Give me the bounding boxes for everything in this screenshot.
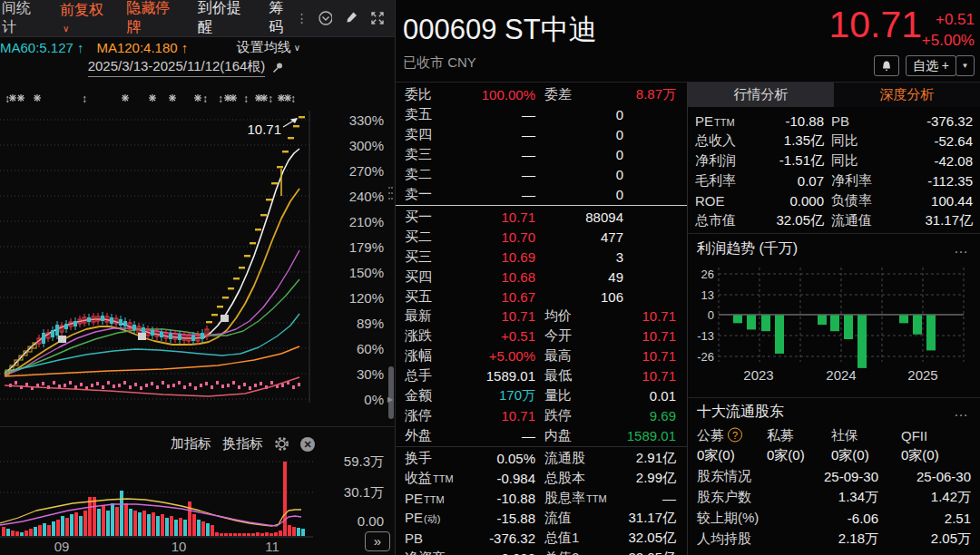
analysis-value: -52.64 [934, 133, 973, 149]
add-indicator-button[interactable]: 加指标 [171, 435, 211, 453]
bid-row[interactable]: 买四10.6849 [396, 267, 687, 287]
analysis-label: 同比 [831, 132, 858, 150]
stat-value: 170万 [499, 387, 535, 404]
bid-row[interactable]: 买一10.7188094 [396, 207, 687, 227]
svg-text:210%: 210% [349, 214, 384, 229]
switch-indicator-button[interactable]: 换指标 [222, 435, 263, 453]
bid-level-label: 买五 [405, 288, 432, 306]
analysis-label: 总收入 [695, 132, 736, 150]
stats-row: 最新10.71均价10.71 [396, 306, 687, 326]
ma-settings-dropdown[interactable]: 设置均线∨ [237, 39, 300, 56]
stat-label: 量比 [544, 387, 572, 404]
analysis-row: 净利润-1.51亿同比-42.08 [688, 151, 980, 170]
gear-icon[interactable] [274, 436, 289, 452]
svg-text:240%: 240% [349, 189, 384, 204]
kline-chart[interactable]: 330%300%270%240%210%179%150%120%89%60%30… [0, 78, 395, 426]
analysis-value: 100.44 [931, 193, 973, 209]
bid-row[interactable]: 买二10.70477 [396, 227, 687, 247]
svg-text:26: 26 [701, 268, 714, 281]
volume-toolbar: 加指标 换指标 ✕ [171, 435, 315, 453]
holders-row: 股东户数1.34万1.42万 [688, 486, 980, 507]
kline-panel: 间统计 前复权∨ 隐藏停牌 到价提醒 筹码 ⋮ MA60:5.127 ↑ MA1… [0, 0, 396, 555]
add-watchlist-button[interactable]: 自选 + [906, 55, 956, 76]
ask-row[interactable]: 卖四—0 [396, 124, 687, 144]
price-change: +0.51 [936, 11, 975, 29]
ask-price: — [522, 107, 535, 122]
ask-volume: 0 [616, 127, 623, 142]
holders-row-value: 1.42万 [931, 488, 971, 505]
stat-label: PE(动) [405, 510, 440, 526]
order-book-divider [396, 205, 687, 206]
stat-value: 2.91亿 [636, 450, 676, 467]
svg-text:13: 13 [701, 288, 714, 302]
stat-value: 0.05% [496, 451, 535, 466]
holders-row-value: 2.05万 [931, 530, 971, 547]
tab-quote-analysis[interactable]: 行情分析 [688, 83, 834, 107]
tab-deep-analysis[interactable]: 深度分析 [834, 83, 980, 107]
range-stat-item[interactable]: 间统计 [2, 0, 42, 37]
stat-value: -0.984 [496, 471, 535, 486]
holders-menu-icon[interactable]: … [954, 404, 969, 420]
bid-volume: 106 [601, 289, 623, 305]
ask-row[interactable]: 卖二—0 [396, 164, 687, 184]
analysis-row: 总市值32.05亿流通值31.17亿 [688, 210, 980, 230]
svg-text:↕: ↕ [82, 92, 87, 105]
date-range-link[interactable]: 2025/3/13-2025/11/12(164根) [88, 58, 266, 77]
pin-icon[interactable] [270, 61, 285, 75]
stat-label: 换手 [405, 450, 432, 467]
svg-text:↕: ↕ [268, 92, 273, 105]
ask-volume: 0 [616, 187, 623, 202]
profit-trend-title: 利润趋势 (千万) [697, 239, 798, 258]
ask-price: — [522, 187, 535, 202]
stat-value: -15.88 [496, 511, 535, 526]
bid-level-label: 买四 [405, 268, 432, 286]
price-change-pct: +5.00% [922, 32, 975, 50]
svg-text:-26: -26 [697, 350, 714, 364]
alert-bell-button[interactable] [874, 55, 899, 76]
bid-row[interactable]: 买三10.693 [396, 247, 687, 267]
kline-toolbar: 间统计 前复权∨ 隐藏停牌 到价提醒 筹码 ⋮ [0, 0, 395, 37]
stats-row: 金额170万量比0.01 [396, 385, 687, 405]
ask-row[interactable]: 卖一—0 [396, 184, 687, 204]
holders-row-label: 股东情况 [697, 467, 751, 484]
expand-more-button[interactable]: » [365, 531, 390, 551]
stat-label: 外盘 [405, 427, 432, 444]
ask-volume: 0 [616, 107, 623, 122]
stat-label: 流值 [544, 510, 572, 527]
ma120-up-arrow-icon: ↑ [181, 40, 189, 55]
help-question-icon[interactable]: ? [728, 428, 742, 443]
stat-label: PB [405, 531, 423, 546]
bid-row[interactable]: 买五10.67106 [396, 287, 687, 307]
price-alert-item[interactable]: 到价提醒 [198, 0, 251, 37]
ma60-value: MA60:5.127 [0, 40, 74, 55]
analysis-label: 总市值 [695, 212, 736, 229]
stat-value: 2.99亿 [636, 470, 676, 487]
analysis-label: ROE [695, 193, 725, 209]
stat-label: 最低 [544, 367, 572, 385]
stat-value: 32.05亿 [628, 530, 676, 547]
ask-volume: 0 [616, 147, 623, 162]
stats-row: 换手0.05%流通股2.91亿 [396, 448, 687, 468]
svg-text:-13: -13 [697, 329, 714, 343]
more-menu-icon[interactable]: ⋮ [296, 11, 309, 25]
draw-brush-icon[interactable] [343, 10, 358, 26]
bid-ratio-label: 委比 [405, 86, 432, 103]
chip-distribution-item[interactable]: 筹码 [269, 0, 295, 37]
hide-suspension-item[interactable]: 隐藏停牌 [126, 0, 180, 37]
ask-row[interactable]: 卖五—0 [396, 104, 687, 124]
stat-value: 10.71 [501, 408, 535, 424]
ask-row[interactable]: 卖三—0 [396, 144, 687, 164]
stat-label: 总股本 [544, 470, 585, 487]
profit-trend-header: 利润趋势 (千万) … [688, 237, 980, 260]
quote-stats: 最新10.71均价10.71涨跌+0.51今开10.71涨幅+5.00%最高10… [396, 306, 687, 555]
stat-label: 均价 [544, 307, 572, 325]
close-icon[interactable]: ✕ [300, 437, 315, 452]
watchlist-dropdown-button[interactable]: ▼ [956, 55, 975, 76]
holder-category: 社保 [831, 427, 858, 444]
history-clock-icon[interactable] [318, 10, 332, 26]
fullscreen-expand-icon[interactable] [369, 10, 384, 26]
profit-trend-menu-icon[interactable]: … [954, 240, 969, 257]
holders-counts-row: 0家(0)0家(0)0家(0)0家(0) [688, 445, 980, 465]
adjust-mode-dropdown[interactable]: 前复权∨ [60, 1, 108, 36]
svg-text:30%: 30% [357, 366, 384, 382]
